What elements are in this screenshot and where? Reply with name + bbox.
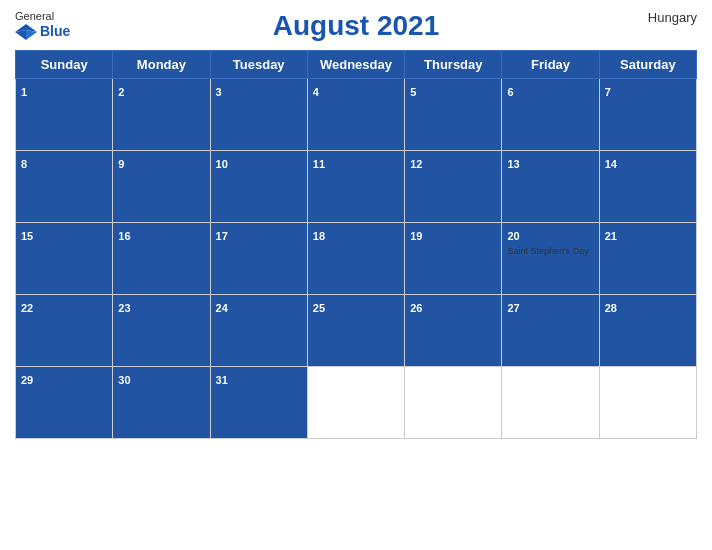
day-number: 30: [118, 374, 130, 386]
header-thursday: Thursday: [405, 51, 502, 79]
day-number: 19: [410, 230, 422, 242]
day-number: 27: [507, 302, 519, 314]
day-number: 1: [21, 86, 27, 98]
day-number: 6: [507, 86, 513, 98]
day-number: 20: [507, 230, 519, 242]
calendar-cell: 16: [113, 223, 210, 295]
header-tuesday: Tuesday: [210, 51, 307, 79]
day-number: 25: [313, 302, 325, 314]
day-number: 4: [313, 86, 319, 98]
header-friday: Friday: [502, 51, 599, 79]
day-number: 5: [410, 86, 416, 98]
calendar-cell: 14: [599, 151, 696, 223]
calendar-week-row: 891011121314: [16, 151, 697, 223]
day-number: 28: [605, 302, 617, 314]
calendar-cell: 27: [502, 295, 599, 367]
country-label: Hungary: [648, 10, 697, 25]
calendar-cell: 13: [502, 151, 599, 223]
calendar-cell: 7: [599, 79, 696, 151]
calendar-week-row: 293031: [16, 367, 697, 439]
calendar-cell: 12: [405, 151, 502, 223]
day-number: 24: [216, 302, 228, 314]
calendar-cell: 30: [113, 367, 210, 439]
calendar-cell: 28: [599, 295, 696, 367]
calendar-container: General Blue August 2021 Hungary Sunday …: [0, 0, 712, 550]
calendar-cell: 25: [307, 295, 404, 367]
calendar-cell: 24: [210, 295, 307, 367]
calendar-cell: 5: [405, 79, 502, 151]
calendar-cell: 26: [405, 295, 502, 367]
calendar-cell: 15: [16, 223, 113, 295]
calendar-table: Sunday Monday Tuesday Wednesday Thursday…: [15, 50, 697, 439]
day-number: 26: [410, 302, 422, 314]
header-wednesday: Wednesday: [307, 51, 404, 79]
holiday-label: Saint Stephen's Day: [507, 246, 593, 257]
calendar-cell: [599, 367, 696, 439]
day-number: 13: [507, 158, 519, 170]
calendar-cell: 9: [113, 151, 210, 223]
calendar-cell: 3: [210, 79, 307, 151]
header-sunday: Sunday: [16, 51, 113, 79]
calendar-cell: 21: [599, 223, 696, 295]
calendar-week-row: 22232425262728: [16, 295, 697, 367]
logo-blue-text: Blue: [40, 23, 70, 39]
logo-general-text: General: [15, 10, 54, 22]
day-number: 3: [216, 86, 222, 98]
header-monday: Monday: [113, 51, 210, 79]
calendar-cell: 10: [210, 151, 307, 223]
day-number: 23: [118, 302, 130, 314]
logo: General Blue: [15, 10, 70, 40]
weekday-header-row: Sunday Monday Tuesday Wednesday Thursday…: [16, 51, 697, 79]
day-number: 10: [216, 158, 228, 170]
calendar-cell: 22: [16, 295, 113, 367]
calendar-cell: 18: [307, 223, 404, 295]
calendar-cell: 31: [210, 367, 307, 439]
calendar-cell: 2: [113, 79, 210, 151]
day-number: 15: [21, 230, 33, 242]
calendar-cell: 17: [210, 223, 307, 295]
calendar-cell: 20Saint Stephen's Day: [502, 223, 599, 295]
day-number: 14: [605, 158, 617, 170]
calendar-cell: 6: [502, 79, 599, 151]
day-number: 9: [118, 158, 124, 170]
calendar-cell: 1: [16, 79, 113, 151]
day-number: 31: [216, 374, 228, 386]
logo-bird-icon: [15, 22, 37, 40]
calendar-week-row: 151617181920Saint Stephen's Day21: [16, 223, 697, 295]
day-number: 29: [21, 374, 33, 386]
calendar-title: August 2021: [273, 10, 440, 42]
calendar-cell: [307, 367, 404, 439]
day-number: 12: [410, 158, 422, 170]
day-number: 7: [605, 86, 611, 98]
calendar-cell: [405, 367, 502, 439]
calendar-cell: 11: [307, 151, 404, 223]
header-saturday: Saturday: [599, 51, 696, 79]
day-number: 11: [313, 158, 325, 170]
calendar-cell: 4: [307, 79, 404, 151]
calendar-header: General Blue August 2021 Hungary: [15, 10, 697, 42]
calendar-cell: 8: [16, 151, 113, 223]
day-number: 8: [21, 158, 27, 170]
day-number: 22: [21, 302, 33, 314]
calendar-cell: 23: [113, 295, 210, 367]
calendar-cell: 29: [16, 367, 113, 439]
day-number: 21: [605, 230, 617, 242]
calendar-week-row: 1234567: [16, 79, 697, 151]
day-number: 18: [313, 230, 325, 242]
day-number: 2: [118, 86, 124, 98]
calendar-cell: [502, 367, 599, 439]
day-number: 17: [216, 230, 228, 242]
day-number: 16: [118, 230, 130, 242]
calendar-cell: 19: [405, 223, 502, 295]
